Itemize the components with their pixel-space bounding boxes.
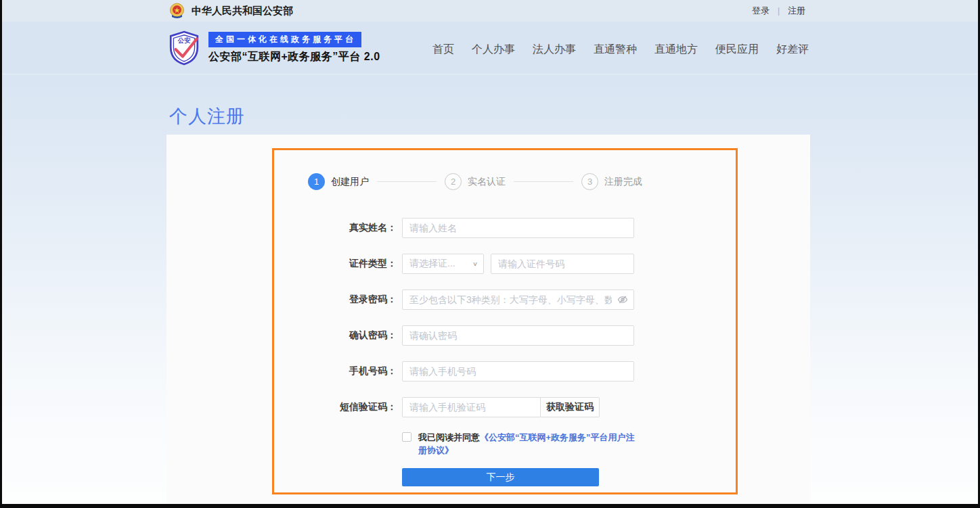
site-name: 中华人民共和国公安部 xyxy=(192,5,293,18)
real-name-row: 真实姓名： xyxy=(286,218,634,238)
sms-code-input[interactable] xyxy=(402,397,541,417)
platform-shield-logo-icon: 公安 xyxy=(168,30,200,66)
agreement-row: 我已阅读并同意《公安部“互联网+政务服务”平台用户注册协议》 xyxy=(402,431,643,457)
step-connector xyxy=(514,181,573,182)
step-2-label: 实名认证 xyxy=(468,176,506,188)
nav-item-legal-entity-services[interactable]: 法人办事 xyxy=(533,43,576,57)
step-create-user: 1 创建用户 xyxy=(308,173,369,190)
agreement-checkbox[interactable] xyxy=(402,432,411,442)
confirm-password-row: 确认密码： xyxy=(286,325,634,346)
ministry-brand: 中华人民共和国公安部 xyxy=(169,3,293,19)
step-3-label: 注册完成 xyxy=(604,176,642,188)
nav-item-local-direct[interactable]: 直通地方 xyxy=(654,43,698,57)
phone-label: 手机号码： xyxy=(286,365,397,377)
step-registration-complete: 3 注册完成 xyxy=(581,173,642,190)
register-link[interactable]: 注册 xyxy=(788,5,805,17)
password-input-wrap xyxy=(402,290,634,310)
step-1-circle: 1 xyxy=(308,173,325,190)
login-link[interactable]: 登录 xyxy=(752,5,770,17)
confirm-password-input[interactable] xyxy=(402,325,634,346)
confirm-password-label: 确认密码： xyxy=(286,329,397,342)
nav-item-home[interactable]: 首页 xyxy=(432,43,454,57)
step-identity-verification: 2 实名认证 xyxy=(445,173,506,190)
platform-header: 公安 全国一体化在线政务服务平台 公安部“互联网+政务服务”平台 2.0 首页 … xyxy=(2,22,978,74)
nav-item-rating[interactable]: 好差评 xyxy=(776,43,809,57)
step-connector xyxy=(377,181,437,182)
page-frame: 中华人民共和国公安部 登录 | 注册 公安 全国一体化在线政务服务平台 公安部“… xyxy=(0,0,980,508)
nav-item-personal-services[interactable]: 个人办事 xyxy=(472,43,515,57)
sms-code-row: 短信验证码： 获取验证码 xyxy=(286,397,600,417)
chevron-down-icon: ∨ xyxy=(472,260,478,267)
top-bar: 中华人民共和国公安部 登录 | 注册 xyxy=(2,0,978,22)
certificate-type-select[interactable]: 请选择证... ∨ xyxy=(402,254,484,274)
agreement-text: 我已阅读并同意《公安部“互联网+政务服务”平台用户注册协议》 xyxy=(418,431,643,457)
main-nav: 首页 个人办事 法人办事 直通警种 直通地方 便民应用 好差评 xyxy=(432,39,809,57)
certificate-row: 证件类型： 请选择证... ∨ xyxy=(286,254,634,274)
step-3-circle: 3 xyxy=(581,173,598,190)
eye-off-icon[interactable] xyxy=(617,294,628,305)
svg-text:公安: 公安 xyxy=(177,36,191,43)
password-label: 登录密码： xyxy=(286,294,397,306)
certificate-number-input[interactable] xyxy=(491,254,634,274)
nav-item-convenience-apps[interactable]: 便民应用 xyxy=(715,43,759,57)
certificate-type-label: 证件类型： xyxy=(286,258,397,270)
phone-input[interactable] xyxy=(402,361,634,382)
phone-row: 手机号码： xyxy=(286,361,634,382)
get-sms-code-button[interactable]: 获取验证码 xyxy=(540,397,600,417)
real-name-label: 真实姓名： xyxy=(286,222,397,234)
step-1-label: 创建用户 xyxy=(331,176,369,188)
real-name-input[interactable] xyxy=(402,218,634,238)
password-row: 登录密码： xyxy=(286,290,634,310)
platform-title: 公安部“互联网+政务服务”平台 2.0 xyxy=(208,50,380,64)
agreement-prefix: 我已阅读并同意 xyxy=(418,432,480,442)
password-input[interactable] xyxy=(402,290,634,310)
nav-item-police-units[interactable]: 直通警种 xyxy=(594,43,637,57)
account-links: 登录 | 注册 xyxy=(752,5,805,17)
page-title: 个人注册 xyxy=(169,104,245,129)
next-step-button[interactable]: 下一步 xyxy=(402,468,599,486)
main-content: 个人注册 1 创建用户 2 实名认证 3 注册完成 真实姓名： xyxy=(2,74,978,504)
national-emblem-icon xyxy=(169,3,185,19)
platform-brand: 全国一体化在线政务服务平台 公安部“互联网+政务服务”平台 2.0 xyxy=(208,32,380,64)
national-platform-badge: 全国一体化在线政务服务平台 xyxy=(208,32,361,47)
link-divider: | xyxy=(778,6,780,16)
step-2-circle: 2 xyxy=(445,173,462,190)
registration-steps: 1 创建用户 2 实名认证 3 注册完成 xyxy=(308,173,642,190)
certificate-type-placeholder: 请选择证... xyxy=(409,258,472,270)
sms-code-label: 短信验证码： xyxy=(286,401,397,413)
